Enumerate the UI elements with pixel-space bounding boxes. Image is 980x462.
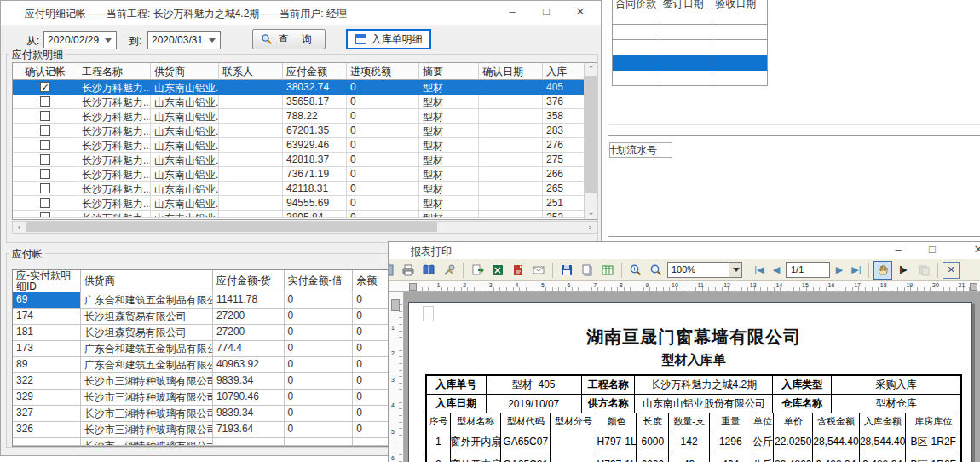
column-header[interactable]: 供货商 [81,270,213,292]
confirm-checkbox[interactable] [40,125,50,136]
confirm-checkbox[interactable] [40,140,50,150]
text-select-tool-icon[interactable]: I▶ [894,261,913,280]
column-header[interactable]: 摘要 [419,63,479,80]
scroll-right-arrow-icon[interactable]: › [584,222,597,233]
column-header[interactable]: 应付金额 [283,63,347,80]
copy-icon[interactable] [914,261,933,280]
table-row[interactable] [613,71,768,86]
scroll-left-arrow-icon[interactable]: ‹ [13,222,26,233]
column-header[interactable]: 供货商 [151,63,219,80]
table-row[interactable]: 181 长沙坦森贸易有限公司 27200 0 0 [13,325,389,341]
table-row[interactable]: 长沙万科魅力... 山东南山铝业... 38032.74 0 型材 405 [13,80,597,95]
query-button[interactable]: 查 询 [252,29,326,49]
title-bar[interactable]: 应付明细记帐------当前工程: 长沙万科魅力之城4.2期------当前用户… [1,1,601,25]
table-row[interactable]: 89 广东合和建筑五金制品有限公司 40963.92 0 0 [13,357,389,373]
plan-serial-field[interactable]: 计划流水号 [609,142,672,158]
ruler-margin-marker[interactable] [391,299,400,311]
print-icon[interactable] [399,261,418,280]
scroll-up-arrow-icon[interactable]: ⌃ [585,63,597,76]
confirm-checkbox[interactable] [40,212,50,218]
table-row[interactable]: 327 长沙市三湘特种玻璃有限公司 9839.34 0 0 [13,406,389,422]
table-row[interactable]: 长沙万科魅力... 山东南山铝业... 42818.37 0 型材 275 [13,153,597,167]
close-button[interactable]: ✕ [563,1,597,23]
export-icon[interactable] [468,261,487,280]
column-header[interactable]: 入库 [543,63,585,80]
close-preview-icon[interactable]: ✕ [943,262,960,279]
chevron-down-icon[interactable] [205,32,219,48]
confirm-checkbox[interactable] [40,169,50,179]
column-header[interactable]: 合同价款 [613,0,660,9]
column-header[interactable]: 余额 [353,270,389,292]
mail-export-icon[interactable] [529,261,548,280]
prev-page-icon[interactable]: ◀ [769,264,784,275]
table-row[interactable]: 长沙万科魅力... 山东南山铝业... 3895.84 0 型材 252 [13,211,597,218]
report-preview-area[interactable]: 湖南亘晟门窗幕墙有限公司 型材入库单 入库单号 型材_405 工程名称 长沙万科… [389,292,980,462]
column-header[interactable]: 签订日期 [660,0,713,9]
table-row[interactable]: 长沙万科魅力... 山东南山铝业... 788.22 0 型材 358 [13,109,597,124]
table-row[interactable] [613,40,768,55]
settings-tools-icon[interactable] [440,261,458,280]
scroll-down-arrow-icon[interactable]: ⌄ [585,206,597,219]
column-header[interactable]: 联系人 [219,63,283,80]
zoom-select[interactable]: 100% [667,262,742,278]
vertical-scrollbar[interactable]: ⌃ ⌄ [584,63,597,219]
ruler-margin-marker[interactable] [970,283,977,291]
zoom-out-icon[interactable] [647,261,666,280]
column-header[interactable]: 验收日期 [712,0,768,9]
table-row[interactable]: 长沙万科魅力... 山东南山铝业... 42118.31 0 型材 265 [13,182,597,196]
confirm-checkbox[interactable] [40,198,50,208]
column-header[interactable]: 进项税额 [347,63,419,80]
column-header[interactable]: 实付金额-借 [285,270,354,292]
page-indicator-field[interactable]: 1/1 [786,262,830,278]
table-row[interactable]: 长沙万科魅力... 山东南山铝业... 63929.46 0 型材 276 [13,138,597,153]
chevron-down-icon[interactable] [729,263,741,277]
table-row[interactable]: 329 长沙市三湘特种玻璃有限公司 10790.46 0 0 [13,390,389,406]
table-row[interactable]: 69 广东合和建筑五金制品有限公司 11411.78 0 0 [13,292,389,309]
from-date-combo[interactable]: 2020/02/29 [43,31,117,49]
data-grid-icon[interactable] [598,261,617,280]
table-row[interactable] [613,9,768,25]
table-row[interactable]: 长沙万科魅力... 山东南山铝业... 94555.69 0 型材 251 [13,196,597,211]
maximize-button[interactable]: □ [915,242,949,257]
close-button[interactable]: ✕ [961,242,980,257]
save-icon[interactable] [557,261,576,280]
confirm-checkbox[interactable] [40,111,50,121]
minimize-button[interactable]: – [881,242,915,257]
scrollbar-thumb[interactable] [585,76,597,193]
minimize-button[interactable]: – [495,1,529,23]
column-header[interactable]: 应-实付款明细ID [13,270,81,292]
ruler-margin-marker[interactable] [409,283,417,291]
table-row[interactable]: 长沙万科魅力... 山东南山铝业... 73671.19 0 型材 266 [13,167,597,182]
pdf-export-icon[interactable] [509,261,527,280]
table-row[interactable]: 326 长沙市三湘特种玻璃有限公司 7193.64 0 0 [13,422,389,438]
table-row[interactable]: 长沙万科魅力... 山东南山铝业... 67201.35 0 型材 283 [13,124,597,138]
table-row[interactable]: 173 广东合和建筑五金制品有限公司 774.4 0 0 [13,341,389,357]
first-page-icon[interactable]: |◀ [752,264,767,275]
column-header[interactable]: 确认记帐 [13,63,78,80]
table-row-selected[interactable] [613,55,768,71]
table-row[interactable]: 174 长沙坦森贸易有限公司 27200 0 0 [13,309,389,325]
page-setup-icon[interactable] [578,261,597,280]
horizontal-scrollbar[interactable]: ‹ › [12,221,597,234]
table-row[interactable]: 长沙市三湘特种玻璃有限公司 [13,438,389,446]
preview-icon[interactable] [388,261,397,280]
chevron-down-icon[interactable] [101,32,115,48]
hand-pan-tool-icon[interactable] [873,261,892,280]
column-header[interactable]: 确认日期 [479,63,543,80]
column-header[interactable]: 应付金额-货 [213,270,285,292]
confirm-checkbox[interactable] [40,82,50,92]
book-icon[interactable] [419,261,438,280]
column-header[interactable]: 工程名称 [78,63,151,80]
table-row[interactable]: 322 长沙市三湘特种玻璃有限公司 9839.34 0 0 [13,373,389,390]
maximize-button[interactable]: □ [529,1,563,23]
last-page-icon[interactable]: ▶| [849,264,864,275]
table-row[interactable]: 长沙万科魅力... 山东南山铝业... 35658.17 0 型材 376 [13,95,597,109]
next-page-icon[interactable]: ▶ [832,264,847,275]
inbound-detail-button[interactable]: 入库单明细 [346,29,431,49]
zoom-in-icon[interactable] [626,261,645,280]
scrollbar-thumb[interactable] [26,222,437,232]
confirm-checkbox[interactable] [40,96,50,107]
excel-export-icon[interactable] [488,261,507,280]
title-bar[interactable]: 报表打印 – □ ✕ [389,242,980,259]
table-row[interactable] [613,25,768,40]
